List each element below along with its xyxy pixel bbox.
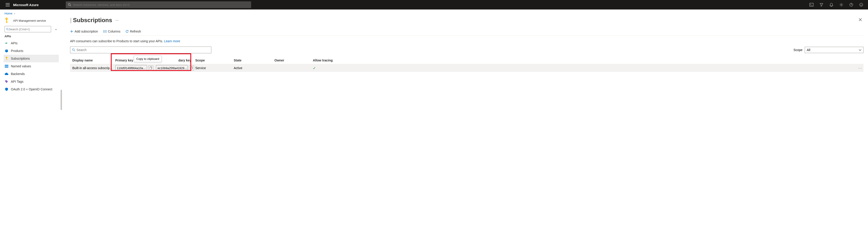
search-icon — [6, 28, 9, 31]
cell-allow-tracing: ✓ — [313, 66, 340, 70]
scope-select[interactable]: All — [805, 47, 864, 53]
service-header: API Management service — [4, 18, 63, 24]
cloud-icon — [4, 72, 8, 76]
scope-value: All — [807, 48, 810, 52]
brand-label: Microsoft Azure — [13, 3, 39, 7]
svg-rect-19 — [5, 66, 8, 67]
page-more-button[interactable]: ··· — [115, 18, 119, 23]
sidebar-item-products[interactable]: Products — [4, 47, 63, 55]
refresh-button[interactable]: Refresh — [125, 30, 141, 33]
cell-state: Active — [234, 66, 274, 70]
named-values-icon — [4, 64, 8, 68]
sidebar-item-backends[interactable]: Backends — [4, 70, 63, 78]
table-search[interactable] — [70, 47, 211, 53]
sidebar-item-oauth[interactable]: OAuth 2.0 + OpenID Connect — [4, 85, 63, 93]
sidebar-search-input[interactable] — [9, 28, 50, 31]
sidebar-item-subscriptions[interactable]: Subscriptions — [4, 55, 59, 62]
sidebar-item-api-tags[interactable]: API Tags — [4, 78, 63, 85]
breadcrumb: Home › — [0, 9, 868, 15]
filter-icon[interactable] — [817, 0, 826, 9]
sidebar-group-label: APIs — [4, 35, 63, 38]
scope-label: Scope — [794, 48, 802, 52]
sidebar-item-label: Backends — [11, 72, 25, 76]
cell-scope: Service — [195, 66, 234, 70]
sidebar: API Management service « APIs APIs Produ… — [0, 15, 63, 243]
sidebar-scrollbar[interactable] — [61, 90, 62, 110]
copy-icon — [190, 66, 193, 69]
menu-icon[interactable] — [5, 2, 10, 7]
svg-rect-12 — [6, 22, 7, 23]
breadcrumb-home[interactable]: Home — [4, 12, 12, 15]
col-display-name: Display name — [72, 59, 115, 62]
row-more-button[interactable]: ··· — [855, 66, 864, 70]
sidebar-item-apis[interactable]: APIs — [4, 39, 63, 47]
col-state: State — [234, 59, 274, 62]
toolbar: Add subscription Columns Refresh — [70, 30, 864, 36]
sidebar-search[interactable] — [4, 26, 51, 32]
cell-display-name: Built-in all-access subscrip… — [72, 66, 115, 70]
cell-primary-key: 110d5f149f664a10a… — [115, 65, 156, 71]
svg-point-7 — [862, 4, 862, 5]
svg-line-14 — [8, 30, 8, 30]
copy-icon — [149, 66, 152, 69]
columns-button[interactable]: Columns — [103, 30, 121, 33]
feedback-icon[interactable] — [857, 0, 866, 9]
table-row[interactable]: Built-in all-access subscrip… 110d5f149f… — [70, 64, 864, 72]
global-search[interactable] — [66, 1, 251, 8]
topbar: Microsoft Azure — [0, 0, 868, 9]
collapse-sidebar-button[interactable]: « — [55, 28, 57, 31]
toolbar-label: Add subscription — [74, 30, 98, 33]
settings-icon[interactable] — [837, 0, 846, 9]
col-allow-tracing: Allow tracing — [313, 59, 340, 62]
tag-icon — [4, 80, 8, 84]
col-scope: Scope — [195, 59, 234, 62]
copy-tooltip: Copy to clipboard — [134, 56, 162, 62]
info-text: API consumers can subscribe to Products … — [70, 39, 164, 43]
shield-icon — [4, 87, 8, 91]
copy-primary-key-button[interactable] — [148, 65, 153, 70]
chevron-down-icon — [859, 48, 862, 52]
table-search-input[interactable] — [76, 48, 209, 52]
notifications-icon[interactable] — [827, 0, 836, 9]
svg-line-23 — [74, 50, 75, 51]
search-icon — [68, 3, 71, 6]
learn-more-link[interactable]: Learn more — [164, 39, 180, 43]
cloud-shell-icon[interactable] — [807, 0, 816, 9]
svg-point-0 — [68, 3, 70, 5]
columns-icon — [103, 30, 107, 33]
search-icon — [72, 48, 75, 52]
svg-point-21 — [6, 81, 6, 81]
svg-point-6 — [861, 4, 861, 5]
svg-point-9 — [6, 18, 7, 19]
svg-point-13 — [6, 28, 8, 30]
global-search-input[interactable] — [73, 3, 249, 6]
help-icon[interactable] — [847, 0, 856, 9]
svg-rect-27 — [190, 67, 192, 69]
service-label: API Management service — [13, 19, 46, 22]
table-header-row: Display name Primary key dary key Scope … — [70, 57, 864, 64]
svg-point-22 — [72, 49, 74, 50]
svg-point-5 — [860, 3, 863, 6]
products-icon — [4, 49, 8, 53]
key-icon — [4, 18, 9, 24]
refresh-icon — [125, 30, 129, 33]
svg-rect-2 — [810, 3, 813, 6]
svg-rect-20 — [5, 67, 8, 67]
sidebar-item-label: OAuth 2.0 + OpenID Connect — [11, 87, 52, 91]
primary-key-value[interactable]: 110d5f149f664a10a… — [115, 65, 147, 71]
sidebar-item-label: Subscriptions — [11, 57, 30, 60]
cell-secondary-key: ec10b9a25f8a41929… — [156, 65, 195, 71]
svg-rect-25 — [150, 67, 151, 69]
copy-secondary-key-button[interactable] — [189, 65, 194, 70]
col-secondary-key: dary key — [156, 59, 195, 62]
sidebar-item-label: APIs — [11, 41, 18, 45]
col-owner: Owner — [274, 59, 313, 62]
key-icon — [4, 57, 8, 61]
close-icon[interactable] — [857, 17, 864, 24]
add-subscription-button[interactable]: Add subscription — [70, 30, 98, 33]
sidebar-item-named-values[interactable]: Named values — [4, 62, 63, 70]
svg-rect-17 — [6, 59, 7, 60]
toolbar-label: Columns — [108, 30, 121, 33]
sidebar-item-label: API Tags — [11, 80, 24, 83]
secondary-key-value[interactable]: ec10b9a25f8a41929… — [156, 65, 188, 71]
